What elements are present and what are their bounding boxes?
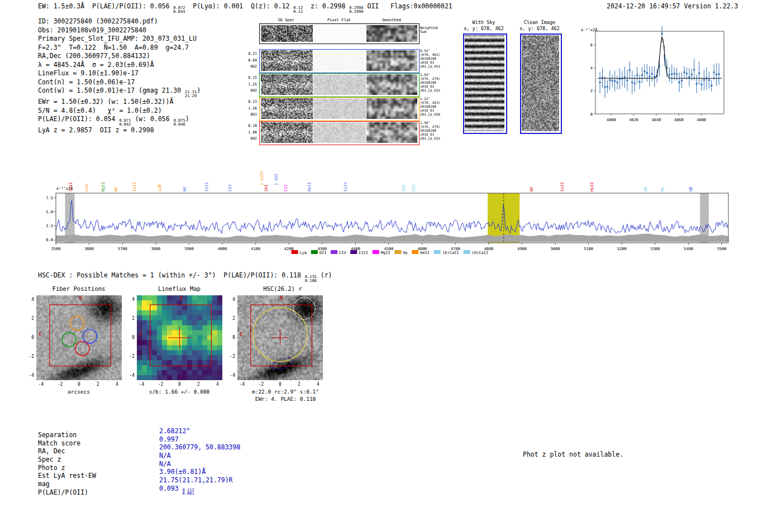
text-run: Cont(n) = 1.50(±0.06)e-17 — [38, 78, 135, 86]
fit-data-point — [626, 79, 628, 81]
info-line: F=2.3" T=0.122 N̄=1.50 A=0.89 g=24.7 — [38, 44, 201, 52]
emission-line-label: SiII — [69, 182, 73, 191]
y-tick-label: 2 — [224, 316, 235, 321]
info-line: S/N = 4.8(±0.4) χ² = 1.0(±0.2) — [38, 107, 201, 116]
row-pixelflat-image — [313, 98, 366, 119]
fit-data-point — [636, 74, 638, 76]
legend-label: OII — [320, 251, 327, 255]
row-smoothed-image — [366, 122, 417, 143]
fit-ylabel: e⁻¹⁷x2Å — [581, 27, 598, 32]
fit-xtick: 4860 — [674, 118, 684, 122]
spectrum-xtick: 5100 — [584, 247, 593, 251]
text-run: 2.68212" — [159, 427, 190, 435]
fit-data-point — [695, 83, 697, 84]
match-label: Est LyA rest-EW — [38, 472, 96, 480]
spectrum-xtick: 5200 — [617, 247, 627, 251]
y-tick-label: 2 — [123, 316, 135, 321]
y-tick-label: 4 — [224, 297, 235, 302]
legend-label: Hγ — [403, 251, 407, 255]
fit-xtick: 4840 — [652, 118, 661, 122]
spectrum-xtick: 4900 — [517, 247, 527, 251]
y-tick-label: 0 — [123, 335, 135, 340]
info-line: λ = 4845.24Å σ = 2.03(±0.69)Å — [38, 61, 201, 70]
emission-line-label: SiII — [204, 182, 209, 191]
lineflux-map-overlay: NE — [137, 295, 222, 380]
legend-swatch — [412, 250, 418, 254]
clean-image-coords: x, y: 678, 462 — [509, 26, 570, 31]
row-2dspec-image — [261, 122, 313, 143]
spec2d-col-header-2: Pixel Flat — [314, 18, 364, 22]
legend-swatch — [350, 250, 357, 254]
text-run: ID: 3002275840 (3002275840.pdf) — [38, 17, 158, 25]
match-label: Spec z — [38, 456, 96, 464]
legend-swatch — [434, 250, 441, 254]
row-smoothed-image — [366, 50, 417, 71]
match-value: 0.997 — [159, 435, 240, 444]
lineflux-map-title: Lineflux Map — [135, 285, 224, 292]
row-2dspec-image — [261, 50, 313, 71]
emission-line-label: } SiIV — [260, 171, 264, 185]
fit-data-point — [634, 83, 636, 84]
fit-data-point — [676, 73, 678, 75]
legend-label: (K)CaII — [442, 251, 459, 255]
summary-header: EW: 1.5±0.3Å P(LAE)/P(OII): 0.056 0.0720… — [38, 2, 452, 13]
fiber-circle — [93, 319, 107, 333]
text-run: 3.90(±0.81)Å — [159, 468, 206, 476]
spec2d-row-values: 0.10 1.98 082 — [238, 123, 257, 142]
spectrum-xtick: 5000 — [551, 247, 560, 251]
compass-n: N — [280, 295, 283, 301]
fit-data-point — [661, 32, 662, 34]
fit-data-point — [718, 73, 719, 75]
text-run: (w: 0.056 — [131, 115, 173, 123]
fit-xtick: 4800 — [607, 118, 616, 122]
fit-ytick: 2 — [590, 89, 593, 93]
fit-data-point — [698, 73, 700, 74]
photz-note: Phot z plot not available. — [523, 450, 623, 458]
weighted-pixelflat-image — [313, 25, 366, 42]
spectrum-line — [56, 200, 728, 234]
text-run: LyA z = 2.9857 OII z = 0.2998 — [38, 126, 154, 134]
info-line: Cont(n) = 1.50(±0.06)e-17 — [38, 78, 201, 87]
fit-data-point — [700, 84, 702, 85]
spec2d-col-header-3: Smoothed — [366, 18, 417, 22]
fiber-xlabel: arcsecs — [28, 389, 129, 395]
line-fit-plot: 024648004820484048604880e⁻¹⁷x2Å — [580, 26, 727, 128]
fit-data-point — [703, 79, 705, 80]
text-run: z: 0.2998 — [303, 2, 349, 10]
text-run: ) — [185, 115, 189, 123]
hsc-caption-1: m:22.0 rc:2.9" s:0.1" — [235, 389, 336, 395]
selected-fiber-circle — [62, 333, 76, 347]
info-line: RA,Dec (200.360977,50.884132) — [38, 52, 201, 61]
spectrum-xtick: 3500 — [51, 247, 61, 251]
hsc-r-title: HSC(26.2) r — [238, 285, 327, 292]
text-run: EWr = 1.50(±0.32) (w: 1.50(±0.32))Å — [38, 98, 173, 106]
legend-swatch — [311, 250, 318, 254]
weighted-sum-label: Weighted Sum — [420, 26, 437, 34]
compass-e: E — [39, 332, 41, 337]
text-run: 0.997 — [159, 435, 179, 443]
fit-data-point — [604, 86, 605, 88]
text-run: HSC-DEX : Possible Matches = 1 (within +… — [38, 271, 305, 279]
x-tick-label: -4 — [36, 382, 47, 387]
text-run: λ = 4845.24Å σ = 2.03(±0.69)Å — [38, 61, 154, 69]
fit-ytick: 4 — [590, 66, 593, 70]
text-run: F=2.3" T=0.122 N̄=1.50 A=0.89 g=24.7 — [38, 44, 189, 51]
match-value: 2.68212" — [159, 427, 240, 435]
emission-line-label: Lyα — [84, 184, 89, 191]
y-tick-label: -2 — [123, 354, 135, 359]
emission-line-label: } OII — [274, 174, 279, 185]
with-sky-title: With Sky — [453, 20, 514, 25]
weighted-sum-label-line2: Sum — [420, 30, 437, 34]
text-run: 200.360779, 50.883398 — [159, 443, 240, 451]
legend-swatch — [373, 250, 379, 254]
with-sky-image — [465, 35, 504, 131]
spectrum-xtick: 5300 — [650, 247, 660, 251]
fit-data-point — [599, 82, 600, 83]
fit-data-point — [638, 81, 640, 83]
y-tick-label: -2 — [224, 354, 235, 359]
text-run: (r) — [317, 271, 332, 279]
stack-bottom: 21.29 — [185, 94, 197, 98]
fit-data-point — [646, 72, 648, 74]
emission-line-label: NV — [183, 186, 187, 191]
info-line: EWr = 1.50(±0.32) (w: 1.50(±0.32))Å — [38, 98, 201, 107]
